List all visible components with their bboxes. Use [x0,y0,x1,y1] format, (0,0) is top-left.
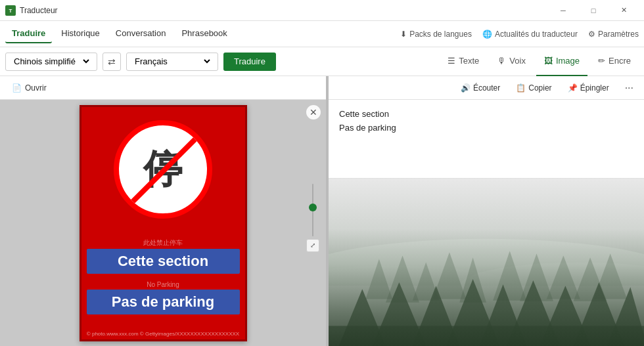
svg-marker-16 [593,253,627,299]
svg-marker-25 [607,287,644,346]
encre-icon: ✏ [598,56,605,66]
copy-icon: 📋 [516,83,526,93]
restore-button[interactable]: □ [578,0,609,21]
translated-line1-block: Cette section [87,249,240,274]
menu-item-historique[interactable]: Historique [55,24,106,43]
svg-text:T: T [9,8,12,14]
toolbar-left: Chinois simplifié ⇄ Français Traduire [5,53,276,71]
svg-marker-18 [373,282,426,346]
speaker-icon: 🔊 [461,83,471,93]
open-label: Ouvrir [25,83,47,93]
parametres-label: Paramètres [598,30,639,39]
voix-icon: 🎙 [497,56,506,66]
translation-text: Cette section Pas de parking [339,108,633,135]
image-icon: 🖼 [544,56,553,66]
more-options-button[interactable]: ··· [620,79,639,97]
svg-marker-19 [413,286,459,346]
svg-marker-7 [365,259,392,299]
close-button[interactable]: ✕ [609,0,639,21]
svg-marker-9 [413,263,440,301]
original-text-1: 此处禁止停车 [87,238,240,248]
menu-item-phrasebook[interactable]: Phrasebook [175,24,233,43]
menubar-right: ⬇ Packs de langues 🌐 Actualités du tradu… [400,30,639,39]
image-label: Image [556,56,580,66]
pin-icon: 📌 [568,83,578,93]
actualites-button[interactable]: 🌐 Actualités du traducteur [482,30,578,39]
expand-button[interactable]: ⤢ [306,239,319,252]
tab-texte[interactable]: ☰ Texte [440,47,487,76]
svg-point-6 [459,263,644,309]
titlebar-left: T Traducteur [5,5,58,16]
chinese-character: 停 [143,150,183,189]
translated-line1-text: Cette section [92,253,235,270]
menu-item-traduire[interactable]: Traduire [5,24,52,43]
titlebar: T Traducteur ─ □ ✕ [0,0,644,21]
svg-marker-11 [459,257,486,302]
no-parking-symbol: 停 [114,120,212,219]
source-language-selector[interactable]: Chinois simplifié [5,53,97,71]
gear-icon: ⚙ [588,30,595,39]
file-icon: 📄 [12,83,22,93]
epingler-button[interactable]: 📌 Épingler [563,81,614,95]
copier-label: Copier [528,83,551,93]
swap-icon: ⇄ [108,56,116,67]
right-panel: 🔊 Écouter 📋 Copier 📌 Épingler ··· Cette … [329,76,644,346]
source-lang-select[interactable]: Chinois simplifié [11,56,91,67]
globe-icon: 🌐 [482,30,492,39]
menu-item-conversation[interactable]: Conversation [109,24,173,43]
menu-items: Traduire Historique Conversation Phraseb… [5,24,234,43]
slider-track [312,184,313,236]
open-button[interactable]: 📄 Ouvrir [5,81,53,95]
minimize-button[interactable]: ─ [548,0,578,21]
svg-rect-26 [329,326,644,346]
svg-marker-17 [339,289,386,346]
svg-rect-3 [329,179,644,286]
svg-marker-21 [480,284,526,346]
encre-label: Encre [609,56,631,66]
translated-line2-text: Pas de parking [92,293,235,311]
swap-languages-button[interactable]: ⇄ [103,53,121,71]
voix-label: Voix [509,56,526,66]
svg-marker-8 [386,255,419,302]
parametres-button[interactable]: ⚙ Paramètres [588,30,639,39]
translated-line2-block: Pas de parking [87,290,240,314]
translate-button[interactable]: Traduire [223,53,276,71]
trees-svg [329,179,644,346]
packs-langues-label: Packs de langues [409,30,472,39]
actualites-label: Actualités du traducteur [495,30,578,39]
left-panel-toolbar: 📄 Ouvrir [0,76,326,100]
toolbar: Chinois simplifié ⇄ Français Traduire ☰ … [0,47,644,76]
packs-langues-button[interactable]: ⬇ Packs de langues [400,30,472,39]
tab-voix[interactable]: 🎙 Voix [490,47,534,76]
texte-icon: ☰ [448,56,455,66]
svg-marker-13 [520,253,553,301]
svg-marker-15 [574,257,607,301]
slider-thumb[interactable] [309,204,317,211]
download-icon: ⬇ [400,30,407,39]
tab-image[interactable]: 🖼 Image [536,47,587,76]
translation-output: Cette section Pas de parking [329,100,644,179]
target-language-selector[interactable]: Français [126,53,218,71]
svg-marker-14 [547,255,580,299]
zoom-slider: ⤢ [308,184,318,263]
svg-marker-24 [574,282,625,346]
left-panel: 📄 Ouvrir ✕ 停 此处禁止停车 No Parking [0,76,326,346]
right-panel-toolbar: 🔊 Écouter 📋 Copier 📌 Épingler ··· [329,76,644,100]
original-text-2: No Parking [87,280,240,288]
main-content: 📄 Ouvrir ✕ 停 此处禁止停车 No Parking [0,76,644,346]
svg-point-4 [329,239,644,319]
svg-marker-10 [432,252,466,299]
svg-marker-12 [493,251,526,300]
forest-background [329,179,644,346]
translation-line2: Pas de parking [339,121,633,135]
target-lang-select[interactable]: Français [132,56,212,67]
tab-encre[interactable]: ✏ Encre [590,47,639,76]
ecouter-label: Écouter [473,83,500,93]
svg-marker-22 [507,280,561,346]
copier-button[interactable]: 📋 Copier [511,81,557,95]
app-title: Traducteur [20,6,58,15]
ecouter-button[interactable]: 🔊 Écouter [455,81,505,95]
image-close-button[interactable]: ✕ [306,105,321,119]
image-area: ✕ 停 此处禁止停车 No Parking Cette section [0,100,326,346]
view-tabs: ☰ Texte 🎙 Voix 🖼 Image ✏ Encre [440,47,639,76]
